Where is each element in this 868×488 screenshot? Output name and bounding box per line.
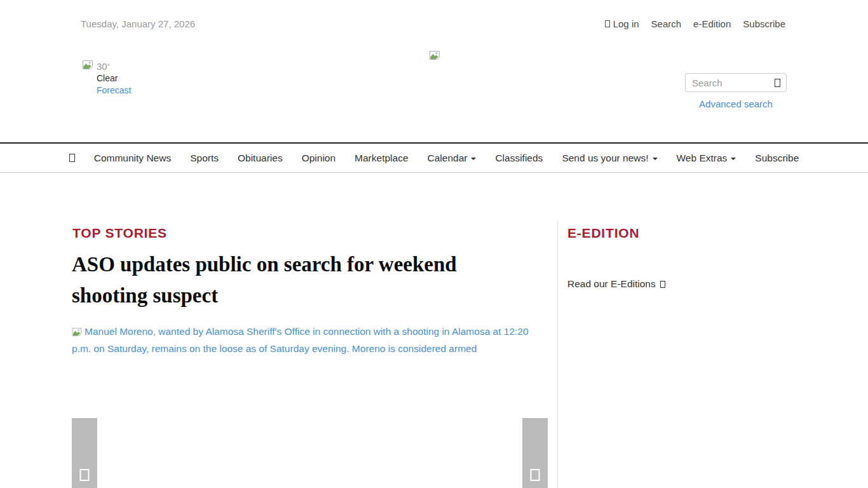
nav-web-extras[interactable]: Web Extras xyxy=(667,152,746,164)
external-link-icon xyxy=(660,281,665,288)
eedition-link[interactable]: e-Edition xyxy=(693,18,731,29)
read-eeditions-label: Read our E-Editions xyxy=(567,278,656,290)
article-headline[interactable]: ASO updates public on search for weekend… xyxy=(72,249,478,311)
carousel-next-button[interactable] xyxy=(522,418,548,488)
article-image-alt-text: Manuel Moreno, wanted by Alamosa Sheriff… xyxy=(72,326,529,354)
subscribe-link[interactable]: Subscribe xyxy=(743,18,785,29)
nav-send-us-your-news[interactable]: Send us your news! xyxy=(552,152,667,164)
chevron-down-icon xyxy=(471,158,476,160)
nav-community-news[interactable]: Community News xyxy=(85,152,180,164)
site-logo-broken-image-icon xyxy=(430,51,440,60)
subscribe-label: Subscribe xyxy=(743,18,785,29)
nav-sports[interactable]: Sports xyxy=(180,152,228,164)
forecast-link[interactable]: Forecast xyxy=(97,85,131,95)
search-link[interactable]: Search xyxy=(651,18,682,29)
chevron-down-icon xyxy=(731,158,736,160)
nav-subscribe[interactable]: Subscribe xyxy=(745,152,808,164)
nav-calendar[interactable]: Calendar xyxy=(418,152,486,164)
nav-label: Web Extras xyxy=(677,152,728,164)
nav-home[interactable] xyxy=(60,154,85,162)
login-link[interactable]: Log in xyxy=(605,18,639,29)
nav-label: Obituaries xyxy=(238,152,283,164)
nav-label: Sports xyxy=(190,152,219,164)
nav-obituaries[interactable]: Obituaries xyxy=(228,152,292,164)
carousel-prev-icon xyxy=(80,469,90,481)
advanced-search-link[interactable]: Advanced search xyxy=(685,98,787,109)
nav-label: Community News xyxy=(94,152,171,164)
search-submit-button[interactable] xyxy=(771,77,783,88)
weather-widget: 30° Clear Forecast xyxy=(83,60,131,97)
nav-opinion[interactable]: Opinion xyxy=(292,152,345,164)
carousel-prev-button[interactable] xyxy=(72,418,97,488)
nav-label: Subscribe xyxy=(755,152,799,164)
nav-marketplace[interactable]: Marketplace xyxy=(345,152,417,164)
column-divider xyxy=(557,221,558,488)
main-navigation: Community News Sports Obituaries Opinion… xyxy=(0,142,868,173)
search-box xyxy=(685,73,787,92)
topbar-links: Log in Search e-Edition Subscribe xyxy=(605,18,785,29)
nav-label: Classifieds xyxy=(495,152,543,164)
search-icon xyxy=(775,79,780,87)
eedition-heading: E-EDITION xyxy=(567,226,639,241)
nav-label: Send us your news! xyxy=(562,152,648,164)
page: Tuesday, January 27, 2026 Log in Search … xyxy=(0,0,868,488)
nav-label: Opinion xyxy=(302,152,336,164)
search-label: Search xyxy=(651,18,682,29)
nav-classifieds[interactable]: Classifieds xyxy=(485,152,552,164)
top-stories-heading: TOP STORIES xyxy=(72,226,167,241)
broken-image-icon xyxy=(83,60,93,69)
temperature: 30° xyxy=(97,60,110,72)
current-date: Tuesday, January 27, 2026 xyxy=(81,18,195,29)
carousel-next-icon xyxy=(531,469,540,481)
nav-label: Calendar xyxy=(428,152,468,164)
nav-label: Marketplace xyxy=(355,152,408,164)
article-image-broken[interactable]: Manuel Moreno, wanted by Alamosa Sheriff… xyxy=(72,323,550,357)
eedition-label: e-Edition xyxy=(693,18,731,29)
login-label: Log in xyxy=(613,18,639,29)
read-eeditions-link[interactable]: Read our E-Editions xyxy=(567,278,665,290)
chevron-down-icon xyxy=(653,158,658,160)
weather-condition: Clear xyxy=(97,72,131,85)
broken-image-icon xyxy=(72,328,82,336)
home-icon xyxy=(69,154,75,162)
user-placeholder-icon xyxy=(605,20,610,27)
